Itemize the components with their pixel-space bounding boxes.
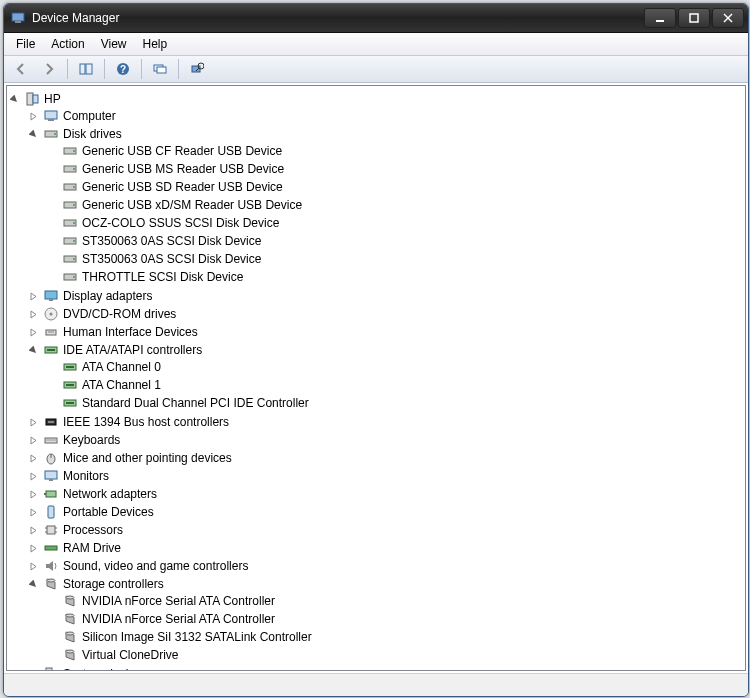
expand-icon[interactable] xyxy=(28,543,39,554)
svg-point-30 xyxy=(73,222,75,224)
tree-node-disk-drives[interactable]: Disk drives xyxy=(28,126,743,142)
tree-node-ide-1[interactable]: ATA Channel 1 xyxy=(47,377,743,393)
svg-rect-61 xyxy=(48,506,54,518)
tree-node-ide-2[interactable]: Standard Dual Channel PCI IDE Controller xyxy=(47,395,743,411)
collapse-icon[interactable] xyxy=(28,129,39,140)
tree-node-ide-0[interactable]: ATA Channel 0 xyxy=(47,359,743,375)
expand-icon[interactable] xyxy=(28,327,39,338)
show-hide-tree-button[interactable] xyxy=(73,57,99,81)
menu-view[interactable]: View xyxy=(93,35,135,53)
tree-node-disk-7[interactable]: THROTTLE SCSI Disk Device xyxy=(47,269,743,285)
svg-rect-67 xyxy=(45,546,57,550)
ide-icon xyxy=(62,359,78,375)
svg-rect-44 xyxy=(47,349,55,351)
svg-point-69 xyxy=(66,596,74,599)
dvd-icon xyxy=(43,306,59,322)
tree-node-root[interactable]: HP xyxy=(9,91,743,107)
tree-label: ATA Channel 1 xyxy=(82,377,161,393)
expand-icon[interactable] xyxy=(28,291,39,302)
tree-node-storage-1[interactable]: NVIDIA nForce Serial ATA Controller xyxy=(47,611,743,627)
svg-point-22 xyxy=(73,150,75,152)
expand-icon[interactable] xyxy=(28,525,39,536)
tree-label: ST350063 0AS SCSI Disk Device xyxy=(82,251,261,267)
tree-node-disk-5[interactable]: ST350063 0AS SCSI Disk Device xyxy=(47,233,743,249)
menu-action[interactable]: Action xyxy=(43,35,92,53)
close-button[interactable] xyxy=(712,8,744,28)
disk-icon xyxy=(62,179,78,195)
tree-node-storage-0[interactable]: NVIDIA nForce Serial ATA Controller xyxy=(47,593,743,609)
menu-file[interactable]: File xyxy=(8,35,43,53)
tree-node-sound[interactable]: Sound, video and game controllers xyxy=(28,558,743,574)
device-tree-pane[interactable]: HPComputerDisk drivesGeneric USB CF Read… xyxy=(6,85,746,671)
tree-label: Keyboards xyxy=(63,432,120,448)
expand-icon[interactable] xyxy=(28,561,39,572)
expand-icon[interactable] xyxy=(28,435,39,446)
tree-label: Standard Dual Channel PCI IDE Controller xyxy=(82,395,309,411)
menubar: File Action View Help xyxy=(4,33,748,56)
monitor-icon xyxy=(43,468,59,484)
ide-icon xyxy=(62,377,78,393)
forward-button[interactable] xyxy=(36,57,62,81)
help-button[interactable]: ? xyxy=(110,57,136,81)
maximize-button[interactable] xyxy=(678,8,710,28)
tree-node-display[interactable]: Display adapters xyxy=(28,288,743,304)
tree-node-disk-1[interactable]: Generic USB MS Reader USB Device xyxy=(47,161,743,177)
svg-rect-62 xyxy=(47,526,55,534)
tree-label: IEEE 1394 Bus host controllers xyxy=(63,414,229,430)
tree-node-computer[interactable]: Computer xyxy=(28,108,743,124)
tree-node-storage-2[interactable]: Silicon Image SiI 3132 SATALink Controll… xyxy=(47,629,743,645)
menu-help[interactable]: Help xyxy=(135,35,176,53)
collapse-icon[interactable] xyxy=(9,94,20,105)
tree-node-ram[interactable]: RAM Drive xyxy=(28,540,743,556)
expand-icon[interactable] xyxy=(28,453,39,464)
back-button[interactable] xyxy=(8,57,34,81)
expand-icon[interactable] xyxy=(28,417,39,428)
svg-point-72 xyxy=(66,650,74,653)
expand-icon[interactable] xyxy=(28,471,39,482)
tree-node-ide[interactable]: IDE ATA/ATAPI controllers xyxy=(28,342,743,358)
expand-icon[interactable] xyxy=(28,507,39,518)
svg-point-34 xyxy=(73,258,75,260)
svg-rect-6 xyxy=(80,64,85,74)
collapse-icon[interactable] xyxy=(28,579,39,590)
expand-icon[interactable] xyxy=(28,111,39,122)
properties-button[interactable] xyxy=(184,57,210,81)
disk-icon xyxy=(62,269,78,285)
expand-icon[interactable] xyxy=(28,489,39,500)
tree-label: Generic USB MS Reader USB Device xyxy=(82,161,284,177)
tree-node-disk-4[interactable]: OCZ-COLO SSUS SCSI Disk Device xyxy=(47,215,743,231)
window-title: Device Manager xyxy=(32,11,119,25)
display-icon xyxy=(43,288,59,304)
tree-node-hid[interactable]: Human Interface Devices xyxy=(28,324,743,340)
tree-node-dvd[interactable]: DVD/CD-ROM drives xyxy=(28,306,743,322)
storage-icon xyxy=(62,593,78,609)
minimize-button[interactable] xyxy=(644,8,676,28)
tree-node-system[interactable]: System devices xyxy=(28,666,743,671)
tree-node-storage-3[interactable]: Virtual CloneDrive xyxy=(47,647,743,663)
collapse-icon[interactable] xyxy=(28,345,39,356)
titlebar[interactable]: Device Manager xyxy=(4,4,748,33)
tree-node-disk-3[interactable]: Generic USB xD/SM Reader USB Device xyxy=(47,197,743,213)
statusbar xyxy=(4,673,748,696)
tree-label: THROTTLE SCSI Disk Device xyxy=(82,269,243,285)
tree-label: HP xyxy=(44,91,61,107)
tree-node-storage[interactable]: Storage controllers xyxy=(28,576,743,592)
tree-label: Display adapters xyxy=(63,288,152,304)
svg-rect-58 xyxy=(49,479,53,481)
storage-icon xyxy=(62,629,78,645)
tree-node-ieee1394[interactable]: IEEE 1394 Bus host controllers xyxy=(28,414,743,430)
svg-rect-50 xyxy=(66,402,74,404)
tree-node-portable[interactable]: Portable Devices xyxy=(28,504,743,520)
tree-node-disk-0[interactable]: Generic USB CF Reader USB Device xyxy=(47,143,743,159)
tree-node-disk-6[interactable]: ST350063 0AS SCSI Disk Device xyxy=(47,251,743,267)
scan-hardware-button[interactable] xyxy=(147,57,173,81)
tree-node-processors[interactable]: Processors xyxy=(28,522,743,538)
expand-icon[interactable] xyxy=(28,309,39,320)
disk-icon xyxy=(62,251,78,267)
tree-node-keyboards[interactable]: Keyboards xyxy=(28,432,743,448)
tree-node-monitors[interactable]: Monitors xyxy=(28,468,743,484)
tree-node-mice[interactable]: Mice and other pointing devices xyxy=(28,450,743,466)
expand-icon[interactable] xyxy=(28,669,39,672)
tree-node-disk-2[interactable]: Generic USB SD Reader USB Device xyxy=(47,179,743,195)
tree-node-network[interactable]: Network adapters xyxy=(28,486,743,502)
